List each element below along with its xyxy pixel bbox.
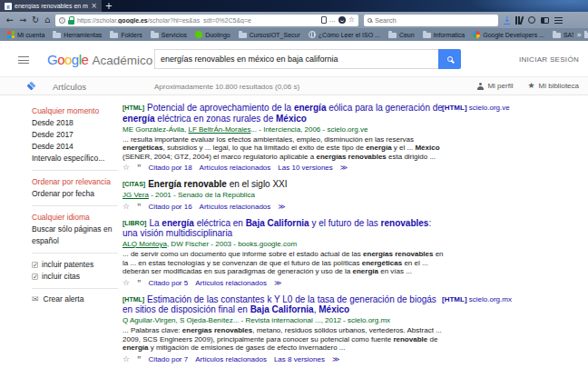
text-segment: /scholar?hl=es&as_sdt=0%2C5&q=e: [148, 17, 251, 24]
save-star-icon[interactable]: ☆: [122, 164, 130, 172]
bookmark-label: Servicios: [162, 32, 187, 38]
save-star-icon[interactable]: ☆: [122, 355, 130, 363]
fulltext-side-link[interactable]: [HTML] scielo.org.ve: [442, 104, 510, 112]
back-button[interactable]: ←: [6, 15, 14, 25]
sidebar-filter-link[interactable]: Buscar sólo páginas en español: [32, 224, 122, 247]
browser-search-input[interactable]: [375, 16, 495, 25]
new-tab-button[interactable]: +: [102, 0, 116, 12]
result-title-link[interactable]: Estimación de las constantes k Y L0 de l…: [122, 294, 436, 315]
my-profile-link[interactable]: Mi perfil: [476, 82, 513, 90]
url-bar[interactable]: https://scholar.google.es/scholar?hl=es&…: [55, 15, 358, 26]
sidebar-filter-link[interactable]: Desde 2017: [32, 129, 122, 141]
cite-icon[interactable]: ”: [137, 355, 142, 363]
browser-window: g energías renovables en méxic × + ← → ↻…: [0, 0, 588, 368]
sidebar-filter-link[interactable]: Ordenar por fecha: [32, 188, 122, 200]
text-segment: eléctrica en: [194, 218, 246, 228]
sidebar-divider: [32, 288, 118, 289]
scholar-logo-google: Google: [47, 52, 88, 67]
result-action-link[interactable]: Artículos relacionados: [200, 164, 271, 172]
result-title-link[interactable]: La energía eléctrica en Baja California …: [122, 218, 431, 239]
sidebar-filter-link[interactable]: Cualquier idioma: [32, 212, 122, 224]
save-star-icon[interactable]: ☆: [122, 203, 130, 211]
my-library-link[interactable]: ★ Mi biblioteca: [527, 82, 579, 90]
bookmark-item[interactable]: Duolingo: [195, 31, 230, 38]
sidebar-checkbox-incluir-patentes[interactable]: ✓incluir patentes: [32, 259, 122, 271]
google-developers-icon: [473, 31, 480, 38]
scholar-search-input[interactable]: [154, 49, 438, 69]
result-title-link[interactable]: Potencial de aprovechamiento de la energ…: [122, 103, 443, 124]
cite-icon[interactable]: ”: [137, 164, 142, 172]
result-authors[interactable]: JG Vera - 2001 - Senado de la República: [122, 191, 446, 200]
bookmarks-overflow-icon[interactable]: »: [573, 28, 584, 41]
text-segment: energías renovables: [316, 153, 386, 161]
result-authors[interactable]: ALQ Montoya, DW Fischer - 2003 - books.g…: [122, 240, 446, 249]
bookmark-item[interactable]: Informatica: [423, 31, 466, 38]
more-actions-icon[interactable]: ≫: [340, 164, 348, 172]
bookmark-star-icon[interactable]: ☆: [348, 16, 355, 24]
result-action-link[interactable]: Artículos relacionados: [195, 355, 267, 363]
sidebar-filter-link[interactable]: Desde 2018: [32, 117, 122, 129]
text-segment: La: [149, 218, 162, 228]
result-action-link[interactable]: Citado por 7: [149, 355, 189, 363]
result-actions: ☆”Citado por 18Artículos relacionadosLas…: [122, 164, 446, 172]
sidebar-filter-link[interactable]: Desde 2014: [32, 141, 122, 153]
result-action-link[interactable]: Citado por 18: [149, 164, 192, 172]
result-action-link[interactable]: Artículos relacionados: [195, 279, 267, 287]
create-alert-link[interactable]: ✉Crear alerta: [32, 294, 122, 303]
text-segment: ... resulta importante evaluar los efect…: [122, 135, 414, 144]
scholar-menu-icon[interactable]: [18, 56, 29, 64]
sidebar-checkbox-incluir-citas[interactable]: ✓incluir citas: [32, 271, 122, 283]
sidebar-filter-link[interactable]: Cualquier momento: [32, 105, 122, 117]
menu-icon[interactable]: [554, 17, 563, 24]
save-star-icon[interactable]: ☆: [122, 279, 130, 287]
bookmark-item[interactable]: Mi cuenta: [7, 31, 44, 38]
text-segment: México: [318, 304, 349, 314]
result-action-link[interactable]: Las 8 versiones: [274, 355, 325, 363]
bookmark-item[interactable]: Servicios: [151, 31, 187, 38]
folder-icon: [553, 33, 561, 38]
result-authors[interactable]: ME González-Ávila, LF BeltrÁn-Morales...…: [122, 125, 446, 134]
sign-in-button[interactable]: INICIAR SESIÓN: [519, 55, 579, 64]
result-authors[interactable]: Q Aguilar-Virgen, S Ojeda-Benítez... - R…: [122, 316, 446, 325]
bookmark-item[interactable]: Ceun: [388, 31, 415, 38]
checkbox-icon[interactable]: ✓: [32, 274, 38, 280]
library-icon[interactable]: [515, 16, 523, 25]
bookmark-item[interactable]: Google Developers ...: [473, 31, 544, 38]
more-actions-icon[interactable]: ≫: [332, 355, 339, 363]
page-actions-icon[interactable]: …: [329, 16, 336, 24]
result-action-link[interactable]: Citado por 5: [149, 279, 189, 287]
browser-tab[interactable]: g energías renovables en méxic ×: [0, 0, 102, 12]
tab-close-icon[interactable]: ×: [91, 3, 97, 10]
result-action-link[interactable]: Las 10 versiones: [278, 164, 332, 172]
sidebar-toggle-icon[interactable]: [541, 17, 549, 24]
bookmarks-list: Mi cuentaHerramientasFoldersServiciosDuo…: [7, 31, 588, 38]
bookmark-item[interactable]: Folders: [110, 31, 142, 38]
sidebar-filter-link[interactable]: Ordenar por relevancia: [32, 176, 122, 188]
checkbox-icon[interactable]: ✓: [32, 262, 38, 268]
scholar-logo[interactable]: Google Académico: [47, 52, 152, 67]
reload-button[interactable]: ↻: [32, 15, 39, 25]
browser-search-box[interactable]: [364, 15, 498, 26]
forward-button[interactable]: →: [19, 15, 26, 25]
bookmark-item[interactable]: SAT: [553, 31, 575, 38]
sidebar-filter-link[interactable]: Intervalo específico...: [32, 153, 122, 164]
bookmark-item[interactable]: ¿Cómo Leer el ISO ...: [309, 31, 380, 38]
scholar-search-button[interactable]: [438, 49, 461, 69]
more-actions-icon[interactable]: ≫: [278, 203, 285, 211]
cite-icon[interactable]: ”: [137, 279, 142, 287]
articles-section-label[interactable]: Artículos: [53, 82, 86, 92]
pocket-icon[interactable]: [338, 16, 346, 24]
site-info-icon[interactable]: [59, 17, 65, 24]
fulltext-side-link[interactable]: [HTML] scielo.org.mx: [442, 295, 512, 303]
result-snippet: ... de servir como un documento que info…: [122, 250, 446, 276]
more-actions-icon[interactable]: ≫: [274, 279, 281, 287]
result-action-link[interactable]: Citado por 16: [149, 203, 192, 211]
account-icon[interactable]: [528, 16, 535, 24]
reader-mode-icon[interactable]: [321, 16, 327, 24]
downloads-icon[interactable]: ↓: [504, 15, 511, 25]
cite-icon[interactable]: ”: [137, 203, 142, 211]
bookmark-item[interactable]: CursosIOT_Secur: [239, 31, 300, 38]
home-button[interactable]: ⌂: [44, 15, 50, 25]
result-action-link[interactable]: Artículos relacionados: [200, 203, 271, 211]
bookmark-item[interactable]: Herramientas: [53, 31, 102, 38]
